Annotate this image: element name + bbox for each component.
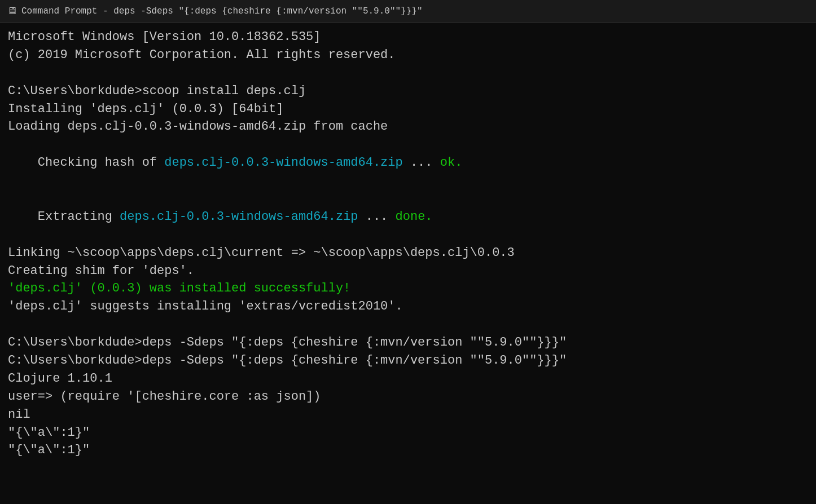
line-nil: user=> (require '[cheshire.core :as json… [8, 388, 808, 406]
checking-hash-dots: ... [403, 156, 440, 170]
line-installed-successfully: 'deps.clj' (0.0.3) was installed success… [8, 280, 808, 298]
checking-hash-file: deps.clj-0.0.3-windows-amd64.zip [164, 156, 402, 170]
line-linking: Linking ~\scoop\apps\deps.clj\current =>… [8, 244, 808, 262]
line-generate-string: nil [8, 406, 808, 424]
empty-line-1 [8, 64, 808, 82]
checking-hash-ok: ok. [440, 156, 463, 170]
title-bar-icon: 🖥 [7, 5, 17, 17]
line-clojure-version: C:\Users\borkdude>deps -Sdeps "{:deps {c… [8, 352, 808, 370]
extracting-dots: ... [358, 210, 396, 224]
empty-line-2 [8, 316, 808, 334]
line-json-result: "{\"a\":1}" [8, 424, 808, 442]
extracting-file: deps.clj-0.0.3-windows-amd64.zip [120, 210, 358, 224]
line-checking-hash: Checking hash of deps.clj-0.0.3-windows-… [8, 136, 808, 190]
title-bar: 🖥 Command Prompt - deps -Sdeps "{:deps {… [0, 0, 816, 23]
line-copyright: (c) 2019 Microsoft Corporation. All righ… [8, 46, 808, 64]
line-loading: Loading deps.clj-0.0.3-windows-amd64.zip… [8, 118, 808, 136]
line-extracting: Extracting deps.clj-0.0.3-windows-amd64.… [8, 190, 808, 244]
line-windows-version: Microsoft Windows [Version 10.0.18362.53… [8, 28, 808, 46]
line-require: Clojure 1.10.1 [8, 370, 808, 388]
line-scoop-install: C:\Users\borkdude>scoop install deps.clj [8, 82, 808, 100]
line-suggests: 'deps.clj' suggests installing 'extras/v… [8, 298, 808, 316]
checking-hash-prefix: Checking hash of [38, 156, 164, 170]
line-creating-shim: Creating shim for 'deps'. [8, 262, 808, 280]
extracting-prefix: Extracting [38, 210, 120, 224]
extracting-done: done. [396, 210, 433, 224]
line-installing: Installing 'deps.clj' (0.0.3) [64bit] [8, 100, 808, 118]
title-bar-text: Command Prompt - deps -Sdeps "{:deps {ch… [21, 6, 423, 16]
line-prompt: "{\"a\":1}" [8, 441, 808, 459]
line-deps-command: C:\Users\borkdude>deps -Sdeps "{:deps {c… [8, 334, 808, 352]
terminal-body: Microsoft Windows [Version 10.0.18362.53… [0, 23, 816, 465]
